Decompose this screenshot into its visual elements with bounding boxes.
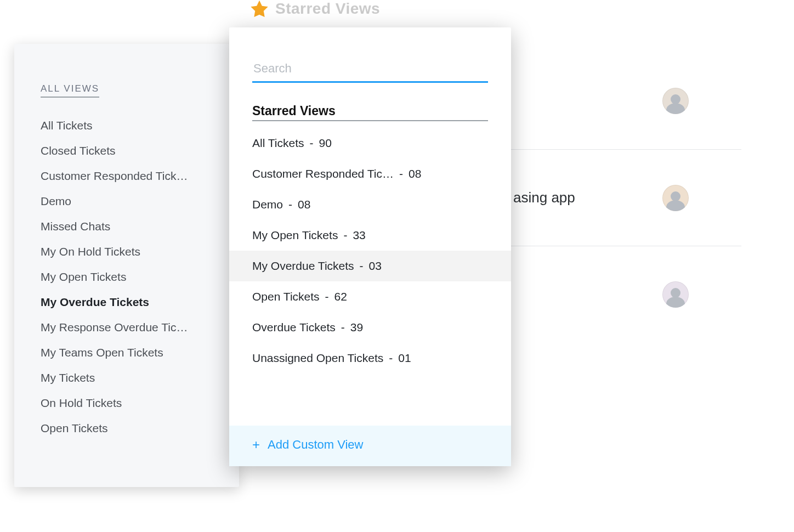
starred-view-item[interactable]: My Overdue Tickets - 03 bbox=[229, 251, 511, 281]
count-separator: - bbox=[360, 259, 364, 273]
starred-view-item[interactable]: Unassigned Open Tickets - 01 bbox=[229, 343, 511, 373]
sidebar-item[interactable]: Demo bbox=[41, 189, 217, 214]
sidebar-item[interactable]: Missed Chats bbox=[41, 214, 217, 239]
starred-view-count: 62 bbox=[334, 290, 347, 303]
search-input[interactable] bbox=[252, 58, 488, 83]
starred-view-count: 08 bbox=[298, 198, 310, 211]
ticket-row[interactable] bbox=[511, 246, 741, 342]
starred-view-list: All Tickets - 90Customer Responded Tic… … bbox=[229, 128, 511, 373]
starred-view-label: Open Tickets bbox=[252, 290, 320, 303]
starred-view-count: 01 bbox=[398, 352, 411, 365]
sidebar-item[interactable]: My Tickets bbox=[41, 365, 217, 390]
starred-view-label: My Open Tickets bbox=[252, 229, 338, 242]
sidebar-item[interactable]: Open Tickets bbox=[41, 416, 217, 441]
starred-view-item[interactable]: Overdue Tickets - 39 bbox=[229, 312, 511, 343]
add-custom-view-label: Add Custom View bbox=[268, 438, 363, 452]
starred-view-label: Overdue Tickets bbox=[252, 321, 336, 334]
sidebar-item[interactable]: My Response Overdue Tic… bbox=[41, 315, 217, 340]
star-icon bbox=[250, 0, 269, 19]
ticket-row[interactable]: asing app bbox=[511, 149, 741, 246]
add-custom-view-button[interactable]: + Add Custom View bbox=[229, 426, 511, 466]
starred-views-title: Starred Views bbox=[252, 104, 488, 121]
sidebar-item[interactable]: Customer Responded Tick… bbox=[41, 163, 217, 189]
count-separator: - bbox=[341, 321, 345, 334]
avatar bbox=[662, 281, 689, 308]
plus-icon: + bbox=[252, 438, 260, 451]
starred-view-count: 33 bbox=[353, 229, 365, 242]
sidebar-item[interactable]: Closed Tickets bbox=[41, 138, 217, 163]
starred-view-label: My Overdue Tickets bbox=[252, 259, 354, 273]
ticket-row[interactable] bbox=[511, 53, 741, 149]
sidebar-view-list: All TicketsClosed TicketsCustomer Respon… bbox=[41, 113, 217, 441]
count-separator: - bbox=[310, 137, 314, 150]
starred-views-popover: Starred Views All Tickets - 90Customer R… bbox=[229, 27, 511, 466]
sidebar-item[interactable]: On Hold Tickets bbox=[41, 390, 217, 416]
sidebar-item[interactable]: My Teams Open Tickets bbox=[41, 340, 217, 365]
ticket-title-fragment: asing app bbox=[513, 189, 575, 206]
count-separator: - bbox=[399, 167, 403, 180]
count-separator: - bbox=[288, 198, 292, 211]
starred-view-count: 03 bbox=[369, 259, 382, 273]
starred-view-label: All Tickets bbox=[252, 137, 304, 150]
starred-view-count: 08 bbox=[409, 167, 421, 180]
count-separator: - bbox=[325, 290, 329, 303]
starred-view-item[interactable]: Customer Responded Tic… - 08 bbox=[229, 159, 511, 189]
sidebar-item[interactable]: My Overdue Tickets bbox=[41, 290, 217, 315]
avatar bbox=[662, 88, 689, 114]
views-sidebar: ALL VIEWS All TicketsClosed TicketsCusto… bbox=[14, 44, 239, 487]
starred-view-count: 90 bbox=[319, 137, 332, 150]
starred-view-item[interactable]: Demo - 08 bbox=[229, 189, 511, 220]
starred-view-count: 39 bbox=[350, 321, 363, 334]
starred-view-item[interactable]: Open Tickets - 62 bbox=[229, 281, 511, 312]
sidebar-item[interactable]: My On Hold Tickets bbox=[41, 239, 217, 264]
sidebar-item[interactable]: My Open Tickets bbox=[41, 264, 217, 290]
starred-view-item[interactable]: My Open Tickets - 33 bbox=[229, 220, 511, 251]
avatar bbox=[662, 185, 689, 211]
starred-view-item[interactable]: All Tickets - 90 bbox=[229, 128, 511, 159]
header-shadow-text: Starred Views bbox=[275, 0, 380, 18]
background-ticket-list: asing app bbox=[511, 53, 741, 342]
starred-view-label: Unassigned Open Tickets bbox=[252, 352, 383, 365]
starred-view-label: Customer Responded Tic… bbox=[252, 167, 394, 180]
count-separator: - bbox=[389, 352, 393, 365]
starred-view-label: Demo bbox=[252, 198, 283, 211]
sidebar-section-title: ALL VIEWS bbox=[41, 83, 99, 98]
count-separator: - bbox=[343, 229, 347, 242]
sidebar-item[interactable]: All Tickets bbox=[41, 113, 217, 138]
